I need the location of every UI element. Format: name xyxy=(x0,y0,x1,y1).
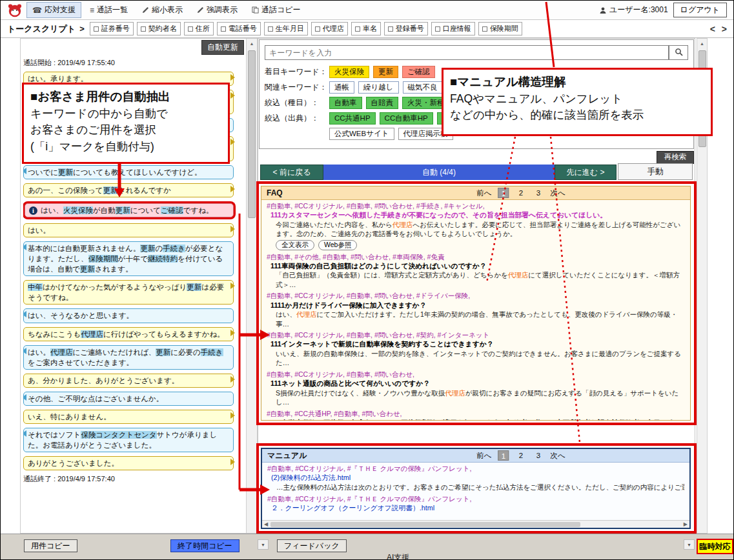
script-chip[interactable]: 住所 xyxy=(184,22,214,35)
scroll-down-icon[interactable]: ▼ xyxy=(258,539,269,550)
pager-next[interactable]: 次へ xyxy=(551,451,566,461)
keyword-tag[interactable]: 火災保険 xyxy=(329,66,369,78)
talk-script-bar: トークスクリプト > 証券番号契約者名住所電話番号生年月日代理店車名登録番号口座… xyxy=(1,20,733,38)
tab-auto[interactable]: 自動 (4/4) xyxy=(323,165,555,180)
keyword-tag[interactable]: 繰り越し xyxy=(358,81,399,94)
faq-entry-actions: 全文表示Web参照 xyxy=(267,240,685,250)
chat-message[interactable]: はい、そうなるかと思います。 xyxy=(23,308,234,323)
chat-message[interactable]: その他、ご不明な点はございませんか。 xyxy=(23,392,234,406)
research-button[interactable]: 再検索 xyxy=(657,151,694,164)
chat-message[interactable]: それではソフト保険コンタクトセンタサトウが承りました。お電話ありがとうございまし… xyxy=(23,428,234,452)
chat-message[interactable]: はい。代理店にご連絡いただければ、更新に必要の手続きをご案内させていただきます。 xyxy=(23,345,234,370)
script-chip[interactable]: 車名 xyxy=(351,22,381,35)
chat-message[interactable]: ついでに更新についても教えてほしいんですけど。 xyxy=(23,165,234,179)
scrollbar-thumb[interactable] xyxy=(248,50,256,218)
pager-page[interactable]: 1 xyxy=(498,450,509,461)
manual-link[interactable]: (2)保険料の払込方法.html xyxy=(267,473,684,483)
topbar-item-1[interactable]: ☎応対支援 xyxy=(26,2,81,18)
script-chip[interactable]: 生年月日 xyxy=(264,22,308,35)
scroll-right-icon[interactable]: ▶ xyxy=(684,521,688,527)
search-button[interactable] xyxy=(669,45,688,60)
chat-message[interactable]: ありがとうございました。 xyxy=(23,456,234,470)
keyword-tag[interactable]: CC自動車HP xyxy=(380,112,433,125)
i-mark-icon: i xyxy=(29,206,37,215)
faq-question[interactable]: 111ネット通販の商品と比べて何がいいのですか？ xyxy=(267,379,685,388)
back-button[interactable]: < 前に戻る xyxy=(260,165,323,180)
checkbox-icon xyxy=(388,26,393,32)
manual-hscrollbar[interactable]: ◀ ▶ xyxy=(262,520,689,528)
script-chip[interactable]: 契約者名 xyxy=(137,22,181,35)
script-chip[interactable]: 電話番号 xyxy=(217,22,261,35)
script-chip[interactable]: 登録番号 xyxy=(384,22,428,35)
annotation-line: などの中から、的確に該当箇所を表示 xyxy=(450,107,704,123)
chat-message-highlighted[interactable]: iはい、火災保険が自動更新についてご確認ですね。 xyxy=(25,203,234,217)
topbar-item-3[interactable]: 縮小表示 xyxy=(136,2,189,18)
chat-message[interactable]: あの一、この保険って更新されるんですか xyxy=(23,183,234,197)
scriptbar-next-icon[interactable]: > xyxy=(722,24,727,34)
chat-message[interactable]: 中年はかけてなかった気がするようなやっぱり更新は必要そうですね。 xyxy=(23,280,234,305)
faq-entry: #自動車, #CCオリジナル, #自動車, #問い合わせ,111ネット通販の商品… xyxy=(267,370,685,407)
scroll-left-icon[interactable]: ◀ xyxy=(264,521,268,527)
pager-prev[interactable]: 前へ xyxy=(476,451,491,461)
scroll-up-icon[interactable]: ▲ xyxy=(697,39,707,46)
chat-message[interactable]: あ、分かりました、ありがとうございます。 xyxy=(23,374,234,388)
faq-question[interactable]: 111インターネットで新規に自動車保険を契約することはできますか？ xyxy=(267,339,685,349)
transcript-scrollbar[interactable]: ▲ xyxy=(246,39,257,533)
topbar-item-2[interactable]: ≡通話一覧 xyxy=(84,2,134,18)
adhoc-response-button[interactable]: 臨時対応 xyxy=(697,539,733,554)
pager-next[interactable]: 次へ xyxy=(551,188,566,198)
keyword-tag[interactable]: ご確認 xyxy=(402,66,435,78)
chat-message[interactable]: ちなみにこうも代理店に行けばやってもらえるますかね。 xyxy=(23,327,234,341)
forward-button[interactable]: 先に進む > xyxy=(555,165,617,180)
pager-page[interactable]: 3 xyxy=(533,188,544,198)
keyword-input[interactable] xyxy=(265,45,669,60)
pager-prev[interactable]: 前へ xyxy=(476,188,491,198)
faq-question[interactable]: 1111か月だけドライバー保険に加入できますか？ xyxy=(267,301,685,310)
faq-question[interactable]: 111車両保険の自己負担額はどのようにして決めればいいのですか？ xyxy=(267,261,685,271)
script-chip[interactable]: 証券番号 xyxy=(90,22,134,35)
scroll-down-icon[interactable]: ▼ xyxy=(684,539,695,550)
topbar-item-4[interactable]: 強調表示 xyxy=(191,2,243,18)
copy-matter-button[interactable]: 用件コピー xyxy=(24,539,77,552)
pager-page[interactable]: 3 xyxy=(533,450,544,461)
faq-action-button[interactable]: 全文表示 xyxy=(276,240,314,250)
copy-endtime-button[interactable]: 終了時間コピー xyxy=(170,539,240,552)
phone-icon: ☎ xyxy=(32,6,42,15)
script-chip[interactable]: 口座情報 xyxy=(431,22,475,35)
hscrollbar-thumb[interactable] xyxy=(270,522,580,527)
faq-question[interactable]: 111自動車保険に団体扱で加入していて、団体扱割引が適用されています。契約者は父… xyxy=(267,418,685,420)
scroll-up-icon[interactable]: ▲ xyxy=(247,39,257,46)
keyword-tag[interactable]: CC共通HP xyxy=(329,112,376,125)
feedback-button[interactable]: フィードバック xyxy=(277,539,347,552)
scriptbar-prev-icon[interactable]: < xyxy=(710,24,715,34)
manual-link[interactable]: ２．クーリングオフ（クーリングオフ説明書）.html xyxy=(267,503,684,513)
keyword-tag[interactable]: 自動車 xyxy=(329,97,362,109)
faq-question[interactable]: 111カスタマーセンターへ依頼した手続きが不要になったので、その旨を担当部署へ伝… xyxy=(267,210,685,220)
search-icon xyxy=(675,48,683,58)
topbar: ☎応対支援≡通話一覧縮小表示強調表示通話コピー ユーザー名:3001 ログアウト xyxy=(1,1,733,20)
manual-results: #自動車, #CCオリジナル, #『ＴＨＥ クルマの保険』パンフレット,(2)保… xyxy=(262,463,689,528)
topbar-item-5[interactable]: 通話コピー xyxy=(246,2,307,18)
faq-action-button[interactable]: Web参照 xyxy=(318,240,357,250)
keyword-tag[interactable]: 通帳 xyxy=(329,81,354,94)
script-chip[interactable]: 代理店 xyxy=(311,22,348,35)
script-chip[interactable]: 保険期間 xyxy=(478,22,522,35)
pager-page[interactable]: 1 xyxy=(498,188,509,198)
faq-tags: #自動車, #CCオリジナル, #自動車, #問い合わせ, xyxy=(267,370,685,379)
pager-page[interactable]: 2 xyxy=(516,188,527,198)
script-chip-list: 証券番号契約者名住所電話番号生年月日代理店車名登録番号口座情報保険期間 xyxy=(90,22,522,35)
tab-manual[interactable]: 手動 xyxy=(618,163,693,180)
chat-message[interactable]: 基本的には自動更新されません。更新の手続きが必要となります。ただし、保険期間が十… xyxy=(23,241,234,276)
annotation-line: (「i」マークを自動付与) xyxy=(30,139,221,155)
keyword-tag[interactable]: 自賠責 xyxy=(366,97,399,109)
checkbox-icon xyxy=(188,26,193,32)
pager-page[interactable]: 2 xyxy=(516,450,527,461)
logout-button[interactable]: ログアウト xyxy=(673,3,727,17)
keyword-tag[interactable]: 磁気不良 xyxy=(403,81,443,94)
keyword-tag[interactable]: 公式WEBサイト xyxy=(329,128,394,140)
chat-message[interactable]: いえ、特にありません。 xyxy=(23,410,234,424)
chat-message[interactable]: はい。 xyxy=(23,223,234,237)
topbar-item-label: 縮小表示 xyxy=(152,5,183,15)
keyword-tag[interactable]: 更新 xyxy=(373,66,398,78)
auto-update-button[interactable]: 自動更新 xyxy=(201,40,244,55)
